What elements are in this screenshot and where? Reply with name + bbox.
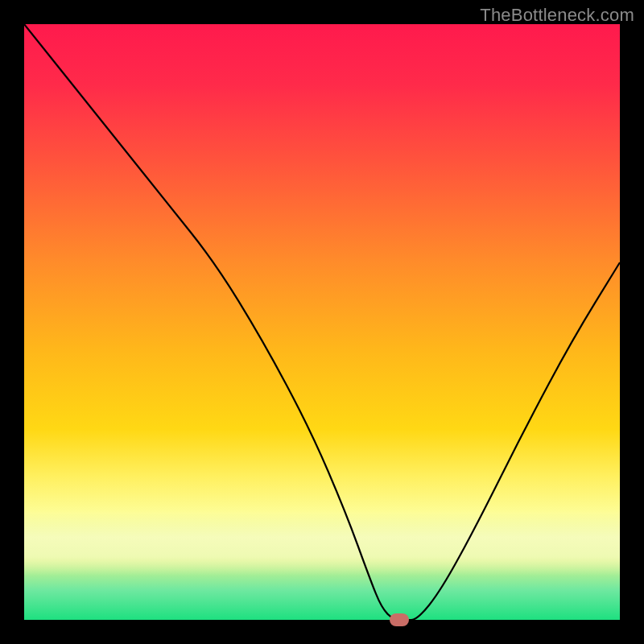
bottleneck-curve-path	[24, 24, 620, 620]
attribution-text: TheBottleneck.com	[480, 5, 634, 26]
chart-stage: TheBottleneck.com	[0, 0, 644, 644]
curve-svg	[24, 24, 620, 620]
optimal-marker	[390, 613, 409, 626]
plot-area	[24, 24, 620, 620]
